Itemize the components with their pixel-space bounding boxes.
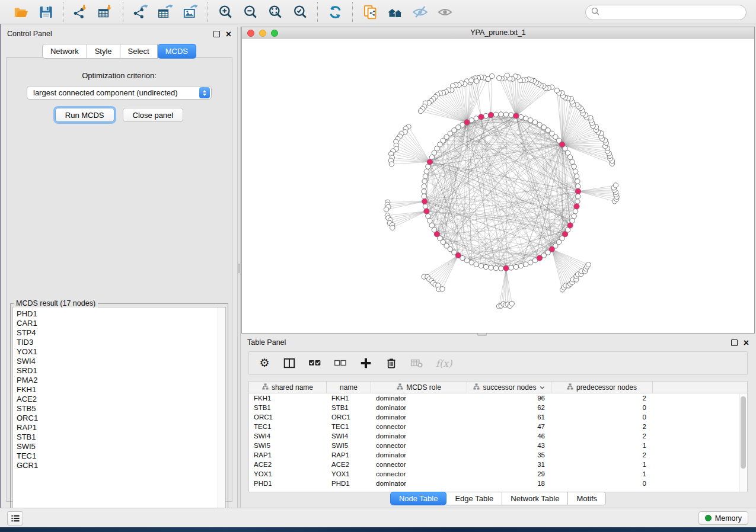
network-node[interactable] [524,116,528,121]
network-node[interactable] [572,164,576,169]
mcds-result-item[interactable]: YOX1 [17,347,225,357]
network-node[interactable] [422,194,426,198]
table-row[interactable]: STB1STB1dominator620 [249,403,747,412]
network-node[interactable] [499,266,503,271]
network-node[interactable] [474,116,479,121]
cell-name[interactable]: ORC1 [327,412,371,422]
cell-mcds_role[interactable]: dominator [371,412,467,422]
mcds-result-item[interactable]: STB5 [17,404,225,414]
cell-predecessor_nodes[interactable]: 1 [551,441,653,450]
network-node[interactable] [524,262,528,267]
close-table-panel-icon[interactable]: × [744,339,749,346]
network-node[interactable] [503,112,508,117]
close-window-icon[interactable] [247,30,254,37]
network-node[interactable] [493,112,498,117]
vertical-splitter[interactable] [237,27,241,508]
mcds-node[interactable] [479,114,484,120]
cell-successor_nodes[interactable]: 61 [467,412,551,422]
close-panel-button[interactable]: Close panel [123,108,184,122]
cell-shared_name[interactable]: PHD1 [249,479,327,488]
network-node[interactable] [528,118,533,123]
cell-predecessor_nodes[interactable]: 0 [551,412,653,422]
network-node[interactable] [428,219,432,223]
cell-successor_nodes[interactable]: 47 [467,422,551,431]
mcds-result-item[interactable]: STB1 [17,432,225,442]
mcds-result-item[interactable]: SWI5 [17,442,225,451]
column-menu-arrow-icon[interactable] [540,383,545,392]
mcds-node[interactable] [574,204,579,209]
clone-network-icon[interactable] [358,2,382,22]
cell-shared_name[interactable]: ORC1 [249,412,327,422]
cell-mcds_role[interactable]: dominator [371,479,467,488]
cell-successor_nodes[interactable]: 35 [467,450,551,460]
network-node[interactable] [464,258,469,262]
column-header-shared-name[interactable]: shared name [249,382,327,393]
network-node[interactable] [572,214,576,219]
network-leaf-node[interactable] [509,301,514,306]
cell-predecessor_nodes[interactable]: 1 [551,460,653,469]
mcds-result-item[interactable]: ACE2 [17,395,225,404]
column-header-name[interactable]: name [327,382,371,393]
mcds-node[interactable] [575,188,580,194]
cell-shared_name[interactable]: ACE2 [249,460,327,469]
network-leaf-node[interactable] [613,183,618,188]
mcds-node[interactable] [503,265,509,271]
cell-name[interactable]: SWI5 [327,441,371,450]
cell-predecessor_nodes[interactable]: 2 [551,393,653,403]
network-node[interactable] [423,174,428,178]
save-session-icon[interactable] [33,2,58,22]
mcds-node[interactable] [424,209,429,214]
cell-name[interactable]: TEC1 [327,422,371,431]
mcds-result-item[interactable]: CAR1 [17,319,225,328]
mcds-result-list[interactable]: PHD1CAR1STP4TID3YOX1SWI4SRD1PMA2FKH1ACE2… [12,307,226,519]
cell-shared_name[interactable]: SWI4 [249,431,327,441]
cell-mcds_role[interactable]: connector [371,460,467,469]
unselect-all-columns-icon[interactable] [334,356,347,370]
network-node[interactable] [499,112,503,117]
zoom-selected-icon[interactable] [288,2,312,22]
column-header-predecessor-nodes[interactable]: predecessor nodes [551,382,653,393]
float-panel-icon[interactable] [213,31,220,37]
cell-successor_nodes[interactable]: 43 [467,441,551,450]
cell-mcds_role[interactable]: dominator [371,393,467,403]
cell-name[interactable]: SWI4 [327,431,371,441]
cell-name[interactable]: FKH1 [327,393,371,403]
cell-shared_name[interactable]: YOX1 [249,469,327,479]
tab-style[interactable]: Style [87,44,120,59]
refresh-layout-icon[interactable] [323,2,347,22]
zoom-out-icon[interactable] [238,2,263,22]
maximize-window-icon[interactable] [271,30,278,37]
cell-name[interactable]: RAP1 [327,450,371,460]
splitter-handle[interactable] [238,264,240,273]
cell-successor_nodes[interactable]: 31 [467,460,551,469]
table-row[interactable]: TEC1TEC1connector472 [249,422,747,431]
search-box[interactable] [585,5,747,20]
table-row[interactable]: ORC1ORC1dominator610 [249,412,747,422]
cell-successor_nodes[interactable]: 46 [467,431,551,441]
network-leaf-node[interactable] [474,79,479,84]
network-node[interactable] [424,169,429,174]
horizontal-splitter-handle[interactable] [477,333,487,336]
table-scrollbar-thumb[interactable] [741,396,746,469]
network-node[interactable] [489,265,493,270]
network-node[interactable] [518,114,523,119]
network-canvas[interactable] [242,39,754,333]
export-table-icon[interactable] [153,2,178,22]
mcds-node[interactable] [488,113,493,118]
mcds-node[interactable] [567,223,573,228]
network-node[interactable] [426,214,430,219]
table-row[interactable]: YOX1YOX1connector291 [249,469,747,479]
tab-motifs[interactable]: Motifs [568,492,606,505]
network-node[interactable] [509,265,513,270]
table-row[interactable]: FKH1FKH1dominator962 [249,393,747,403]
tab-mcds[interactable]: MCDS [158,44,196,59]
close-panel-icon[interactable]: × [226,31,231,37]
cell-name[interactable]: ACE2 [327,460,371,469]
mcds-node[interactable] [464,120,470,125]
network-node[interactable] [509,113,513,117]
network-node[interactable] [474,262,479,267]
cell-predecessor_nodes[interactable]: 1 [551,469,653,479]
cell-predecessor_nodes[interactable]: 2 [551,431,653,441]
show-all-nodes-icon[interactable] [382,2,407,22]
cell-mcds_role[interactable]: dominator [371,403,467,412]
